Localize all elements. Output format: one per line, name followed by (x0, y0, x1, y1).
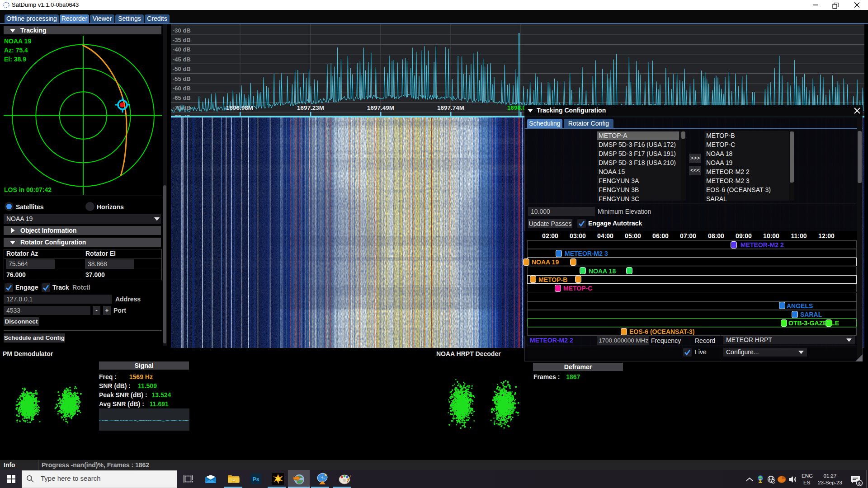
svg-text:6: 6 (858, 481, 860, 486)
svg-text:-65 dB: -65 dB (173, 94, 191, 101)
svg-text:-40 dB: -40 dB (173, 46, 191, 53)
svg-text:-30 dB: -30 dB (173, 27, 191, 34)
svg-text:-70 dB: -70 dB (173, 104, 191, 111)
svg-text:1697.23M: 1697.23M (297, 104, 324, 111)
svg-text:-45 dB: -45 dB (173, 56, 191, 63)
svg-text:-55 dB: -55 dB (173, 75, 191, 82)
svg-text:-60 dB: -60 dB (173, 85, 191, 92)
svg-text:Ps: Ps (253, 476, 259, 483)
svg-text:1697.74M: 1697.74M (437, 104, 464, 111)
svg-text:-35 dB: -35 dB (173, 37, 191, 43)
svg-text:-50 dB: -50 dB (173, 66, 191, 72)
svg-text:1696.98M: 1696.98M (226, 104, 253, 111)
svg-text:1697.49M: 1697.49M (367, 104, 394, 111)
